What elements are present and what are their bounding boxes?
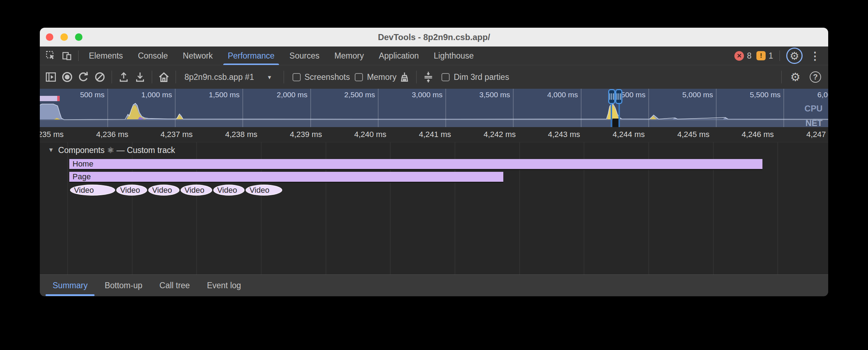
tab-application[interactable]: Application — [371, 47, 427, 65]
tab-bottom-up[interactable]: Bottom-up — [96, 275, 151, 296]
dim-3rd-parties-checkbox[interactable] — [441, 73, 450, 81]
selection-left-line — [611, 103, 612, 127]
divider — [78, 50, 79, 61]
tab-event-log[interactable]: Event log — [198, 275, 250, 296]
detail-tick-label: 4,237 ms — [161, 130, 193, 139]
inspect-element-icon[interactable] — [43, 47, 59, 65]
gear-icon[interactable]: ⚙ — [790, 50, 799, 62]
bar-label: Home — [73, 159, 93, 169]
console-error-badge[interactable]: ✕ 8 — [734, 51, 751, 61]
detail-tick-label: 4,242 ms — [484, 130, 516, 139]
bar-label: Video — [217, 186, 237, 195]
flame-chart-area[interactable]: ▼ Components ⚛ — Custom track Home Page … — [40, 142, 828, 274]
titlebar: DevTools - 8p2n9n.csb.app/ — [40, 28, 828, 47]
network-request-strip-end — [57, 96, 60, 101]
detail-tick-label: 4,236 ms — [96, 130, 129, 139]
record-icon[interactable] — [59, 65, 75, 89]
dock-side-icon[interactable] — [43, 65, 59, 89]
divider — [781, 71, 782, 83]
tab-network[interactable]: Network — [175, 47, 220, 65]
detail-time-ruler: 4,235 ms 4,236 ms 4,237 ms 4,238 ms 4,23… — [40, 127, 828, 142]
fullscreen-window-button[interactable] — [75, 33, 82, 41]
net-lane-label: NET — [805, 118, 823, 128]
track-bar-page[interactable]: Page — [69, 172, 503, 183]
detail-tick-label: 4,239 ms — [290, 130, 322, 139]
selection-handle-left[interactable] — [608, 89, 615, 104]
disclosure-triangle-icon[interactable]: ▼ — [40, 147, 58, 154]
clear-icon[interactable] — [92, 65, 108, 89]
tab-label: Performance — [228, 51, 275, 61]
kebab-menu-icon[interactable]: ⋮ — [808, 50, 823, 62]
tab-performance[interactable]: Performance — [220, 47, 282, 65]
tab-console[interactable]: Console — [130, 47, 175, 65]
track-bar-video[interactable]: Video — [213, 185, 245, 196]
console-warning-badge[interactable]: ! 1 — [756, 51, 773, 61]
garbage-collect-icon[interactable] — [396, 65, 413, 89]
bar-label: Video — [120, 186, 140, 195]
divider — [416, 71, 417, 83]
screenshots-label: Screenshots — [305, 72, 350, 82]
tab-label: Call tree — [160, 281, 190, 290]
detail-tick-label: 4,238 ms — [225, 130, 258, 139]
device-toolbar-icon[interactable] — [59, 47, 75, 65]
tab-summary[interactable]: Summary — [44, 275, 96, 296]
tab-label: Network — [183, 51, 213, 61]
screenshots-checkbox[interactable] — [293, 73, 301, 81]
selection-right-line — [618, 103, 620, 127]
tab-call-tree[interactable]: Call tree — [151, 275, 199, 296]
home-icon[interactable] — [156, 65, 172, 89]
tab-bar-right-cluster: ✕ 8 ! 1 ⚙ ⋮ — [734, 47, 828, 65]
collapse-sanity-icon[interactable] — [420, 65, 436, 89]
download-profile-icon[interactable] — [132, 65, 148, 89]
detail-tick-label: 4,246 ms — [742, 130, 774, 139]
dropdown-caret-icon[interactable]: ▼ — [258, 74, 280, 80]
track-bar-video[interactable]: Video — [70, 185, 115, 196]
tab-label: Summary — [53, 281, 87, 290]
track-bar-video[interactable]: Video — [148, 185, 180, 196]
bottom-tab-bar: Summary Bottom-up Call tree Event log — [40, 274, 828, 296]
help-icon[interactable]: ? — [810, 71, 821, 83]
warning-icon: ! — [756, 51, 766, 60]
detail-tick-label: 4,241 ms — [419, 130, 451, 139]
bar-label: Video — [74, 186, 94, 195]
track-bar-home[interactable]: Home — [69, 159, 762, 170]
track-bar-video[interactable]: Video — [246, 185, 282, 196]
reload-record-icon[interactable] — [75, 65, 92, 89]
track-bar-video[interactable]: Video — [181, 185, 212, 196]
toolbar-right-cluster: ⚙ ? — [778, 70, 825, 84]
divider — [779, 50, 780, 61]
tab-label: Console — [138, 51, 168, 61]
memory-label: Memory — [367, 72, 396, 82]
session-selector-label[interactable]: 8p2n9n.csb.app #1 — [180, 72, 258, 82]
upload-profile-icon[interactable] — [116, 65, 132, 89]
gridline — [777, 142, 778, 274]
divider — [284, 71, 284, 83]
settings-gear-icon[interactable]: ⚙ — [785, 70, 805, 84]
tab-label: Event log — [207, 281, 241, 290]
dim-3rd-parties-label: Dim 3rd parties — [454, 72, 509, 82]
minimize-window-button[interactable] — [60, 33, 68, 41]
memory-checkbox[interactable] — [355, 73, 363, 81]
tab-memory[interactable]: Memory — [327, 47, 371, 65]
network-request-strip — [40, 96, 60, 101]
close-window-button[interactable] — [46, 33, 53, 41]
settings-focus-ring: ⚙ — [786, 48, 803, 64]
divider — [112, 71, 112, 83]
tab-sources[interactable]: Sources — [282, 47, 327, 65]
error-icon: ✕ — [734, 51, 744, 61]
window-title: DevTools - 8p2n9n.csb.app/ — [378, 32, 490, 42]
tab-label: Lighthouse — [434, 51, 474, 61]
tab-label: Bottom-up — [105, 281, 142, 290]
divider — [152, 71, 152, 83]
tab-elements[interactable]: Elements — [81, 47, 130, 65]
custom-track-header[interactable]: ▼ Components ⚛ — Custom track — [40, 142, 175, 158]
custom-track-title: Components ⚛ — Custom track — [58, 146, 175, 155]
tab-lighthouse[interactable]: Lighthouse — [426, 47, 481, 65]
performance-toolbar: 8p2n9n.csb.app #1 ▼ Screenshots Memory D… — [40, 65, 828, 89]
cpu-lane-label: CPU — [804, 104, 823, 114]
tab-label: Elements — [89, 51, 123, 61]
selection-handle-right[interactable] — [615, 89, 622, 104]
bar-label: Page — [73, 172, 91, 181]
track-bar-video[interactable]: Video — [116, 185, 147, 196]
timeline-overview[interactable]: 500 ms 1,000 ms 1,500 ms 2,000 ms 2,500 … — [40, 89, 828, 127]
